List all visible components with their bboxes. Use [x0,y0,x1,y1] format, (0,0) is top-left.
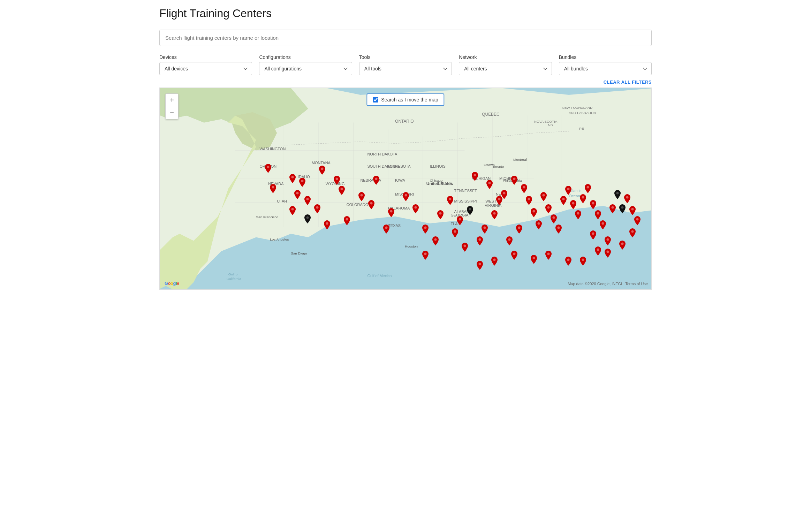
svg-text:NB: NB [548,123,553,127]
svg-text:Montreal: Montreal [513,158,527,161]
map-container[interactable]: WASHINGTON OREGON NEVADA UTAH IDAHO MONT… [159,88,652,290]
svg-text:Los Angeles: Los Angeles [270,237,289,241]
svg-text:QUEBEC: QUEBEC [482,112,500,117]
filter-group-network: Network All centers [459,54,552,75]
svg-text:Ocean: Ocean [569,194,580,198]
svg-text:MISSISSIPPI: MISSISSIPPI [454,199,477,203]
svg-text:UTAH: UTAH [277,199,287,203]
filter-select-tools[interactable]: All tools [359,62,452,75]
svg-text:COLORADO: COLORADO [347,203,369,207]
svg-text:PE: PE [579,127,584,130]
svg-text:MISSOURI: MISSOURI [395,192,414,196]
page-title: Flight Training Centers [159,7,652,20]
terms-of-use-link[interactable]: Terms of Use [625,282,648,286]
svg-text:San Diego: San Diego [291,251,307,255]
svg-text:TENNESSEE: TENNESSEE [454,189,477,193]
filter-label-configurations: Configurations [259,54,352,60]
filter-label-devices: Devices [159,54,252,60]
search-bar-container [159,30,652,46]
svg-text:Chicago: Chicago [430,178,443,182]
search-input[interactable] [159,30,652,46]
filter-select-devices[interactable]: All devices [159,62,252,75]
filter-select-network[interactable]: All centers [459,62,552,75]
svg-text:OREGON: OREGON [259,164,276,168]
map-background: WASHINGTON OREGON NEVADA UTAH IDAHO MONT… [160,88,651,289]
google-logo: Google [165,281,179,286]
zoom-out-button[interactable]: − [166,106,178,119]
svg-text:ONTARIO: ONTARIO [395,119,414,124]
svg-text:OKLAHOMA: OKLAHOMA [388,206,410,210]
svg-text:ILLINOIS: ILLINOIS [430,164,446,168]
filter-select-bundles[interactable]: All bundles [559,62,652,75]
search-as-move-text: Search as I move the map [381,97,438,102]
svg-text:WASHINGTON: WASHINGTON [259,147,286,151]
svg-text:San Francisco: San Francisco [256,215,278,219]
svg-text:MINNESOTA: MINNESOTA [388,164,411,168]
svg-text:WYOMING: WYOMING [326,182,345,186]
filter-label-bundles: Bundles [559,54,652,60]
search-as-move-checkbox[interactable] [373,97,378,102]
svg-text:IOWA: IOWA [395,178,405,182]
filter-label-tools: Tools [359,54,452,60]
svg-text:GEORGIA: GEORGIA [451,213,469,217]
search-as-move-label[interactable]: Search as I move the map [366,93,444,106]
filter-group-configurations: Configurations All configurations [259,54,352,75]
zoom-in-button[interactable]: + [166,94,178,106]
svg-text:Gulf of: Gulf of [228,272,239,276]
svg-text:NEVADA: NEVADA [268,182,284,186]
svg-text:Gulf of Mexico: Gulf of Mexico [367,274,392,278]
clear-filters-row: CLEAR ALL FILTERS [159,79,652,85]
filter-label-network: Network [459,54,552,60]
svg-text:NORTH DAKOTA: NORTH DAKOTA [367,152,397,156]
svg-text:NEW: NEW [496,192,505,196]
svg-text:IDAHO: IDAHO [298,175,310,179]
filter-group-devices: Devices All devices [159,54,252,75]
svg-text:Philadelphia: Philadelphia [503,178,522,182]
svg-text:California: California [227,277,242,281]
filter-group-bundles: Bundles All bundles [559,54,652,75]
svg-text:VIRGINIA: VIRGINIA [485,203,502,207]
svg-text:Atlantic: Atlantic [569,189,581,193]
svg-text:TEXAS: TEXAS [388,223,401,228]
svg-text:NEBRASKA: NEBRASKA [360,178,381,182]
svg-text:WEST: WEST [485,199,497,203]
clear-filters-button[interactable]: CLEAR ALL FILTERS [604,79,652,85]
page-container: Flight Training Centers Devices All devi… [151,0,660,297]
filter-select-configurations[interactable]: All configurations [259,62,352,75]
map-zoom-controls: + − [165,93,179,119]
svg-text:NEW FOUNDLAND: NEW FOUNDLAND [562,106,592,109]
svg-text:NOVA SCOTIA: NOVA SCOTIA [534,120,558,123]
svg-text:Houston: Houston [405,244,418,248]
svg-text:AND LABRADOR: AND LABRADOR [569,111,596,115]
filter-group-tools: Tools All tools [359,54,452,75]
filters-row: Devices All devices Configurations All c… [159,54,652,75]
map-attribution: Map data ©2020 Google, INEGI Terms of Us… [568,282,648,286]
svg-text:MICHIGAN: MICHIGAN [471,176,491,181]
svg-text:FLA: FLA [451,222,458,226]
svg-text:MONTANA: MONTANA [312,161,331,165]
svg-text:Ottawa: Ottawa [484,163,495,167]
